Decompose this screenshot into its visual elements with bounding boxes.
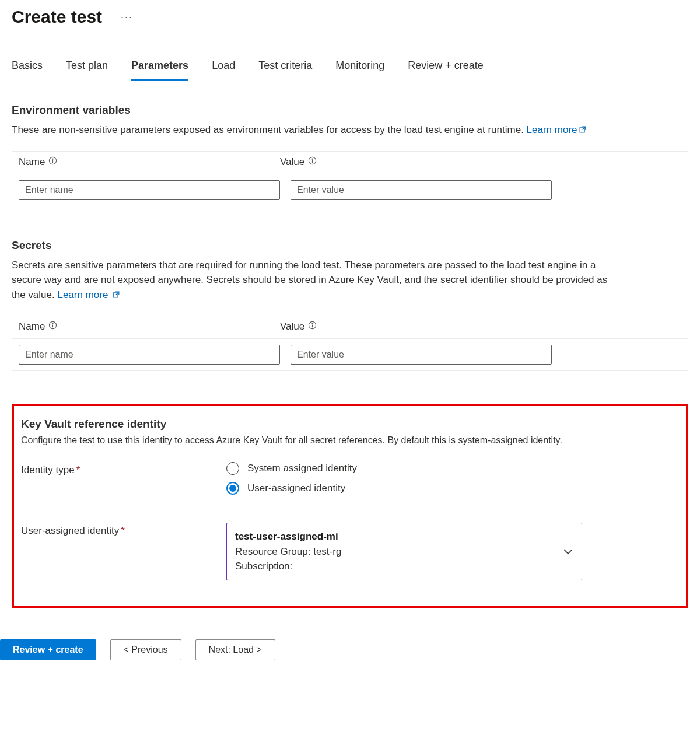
- tab-test-criteria[interactable]: Test criteria: [258, 60, 312, 80]
- secrets-name-input[interactable]: [19, 345, 280, 365]
- tabs: Basics Test plan Parameters Load Test cr…: [12, 60, 688, 80]
- dropdown-rg: Resource Group: test-rg: [235, 544, 341, 559]
- secrets-learn-more-link[interactable]: Learn more: [57, 289, 120, 300]
- tab-test-plan[interactable]: Test plan: [66, 60, 108, 80]
- env-learn-more-link[interactable]: Learn more: [527, 124, 587, 135]
- identity-type-label: Identity type*: [21, 462, 226, 476]
- radio-user-assigned[interactable]: User-assigned identity: [226, 482, 679, 495]
- kv-heading: Key Vault reference identity: [21, 418, 679, 430]
- secrets-description: Secrets are sensitive parameters that ar…: [12, 258, 618, 303]
- secrets-heading: Secrets: [12, 239, 688, 252]
- tab-basics[interactable]: Basics: [12, 60, 43, 80]
- svg-point-9: [312, 323, 313, 324]
- secrets-value-input[interactable]: [290, 345, 552, 365]
- svg-point-2: [52, 159, 53, 159]
- info-icon[interactable]: [308, 321, 317, 332]
- env-description: These are non-sensitive parameters expos…: [12, 123, 618, 138]
- radio-system-assigned[interactable]: System assigned identity: [226, 462, 679, 475]
- env-value-input[interactable]: [290, 180, 552, 200]
- env-col-value: Value: [280, 156, 304, 168]
- radio-icon: [226, 482, 239, 495]
- previous-button[interactable]: < Previous: [110, 639, 181, 660]
- env-name-input[interactable]: [19, 180, 280, 200]
- env-col-name: Name: [19, 156, 45, 168]
- key-vault-section: Key Vault reference identity Configure t…: [12, 404, 688, 608]
- radio-label: System assigned identity: [247, 463, 357, 474]
- user-assigned-identity-dropdown[interactable]: test-user-assigned-mi Resource Group: te…: [226, 523, 582, 580]
- footer: Review + create < Previous Next: Load >: [0, 625, 700, 684]
- page-title: Create test: [12, 7, 102, 27]
- kv-description: Configure the test to use this identity …: [21, 435, 663, 446]
- more-icon[interactable]: ···: [121, 11, 133, 23]
- secrets-col-value: Value: [280, 321, 304, 332]
- external-link-icon: [112, 288, 120, 303]
- secrets-col-name: Name: [19, 321, 45, 332]
- info-icon[interactable]: [48, 156, 57, 168]
- env-heading: Environment variables: [12, 104, 688, 117]
- chevron-down-icon: [563, 544, 573, 559]
- external-link-icon: [579, 123, 587, 138]
- info-icon[interactable]: [48, 321, 57, 332]
- uai-label: User-assigned identity*: [21, 523, 226, 537]
- dropdown-sub: Subscription:: [235, 559, 341, 574]
- svg-point-7: [52, 323, 53, 324]
- tab-load[interactable]: Load: [212, 60, 235, 80]
- tab-parameters[interactable]: Parameters: [131, 60, 188, 80]
- svg-point-4: [312, 159, 313, 159]
- dropdown-title: test-user-assigned-mi: [235, 529, 341, 544]
- radio-icon: [226, 462, 239, 475]
- info-icon[interactable]: [308, 156, 317, 168]
- radio-label: User-assigned identity: [247, 482, 345, 494]
- tab-review-create[interactable]: Review + create: [408, 60, 484, 80]
- review-create-button[interactable]: Review + create: [0, 639, 96, 660]
- tab-monitoring[interactable]: Monitoring: [335, 60, 384, 80]
- next-button[interactable]: Next: Load >: [195, 639, 275, 660]
